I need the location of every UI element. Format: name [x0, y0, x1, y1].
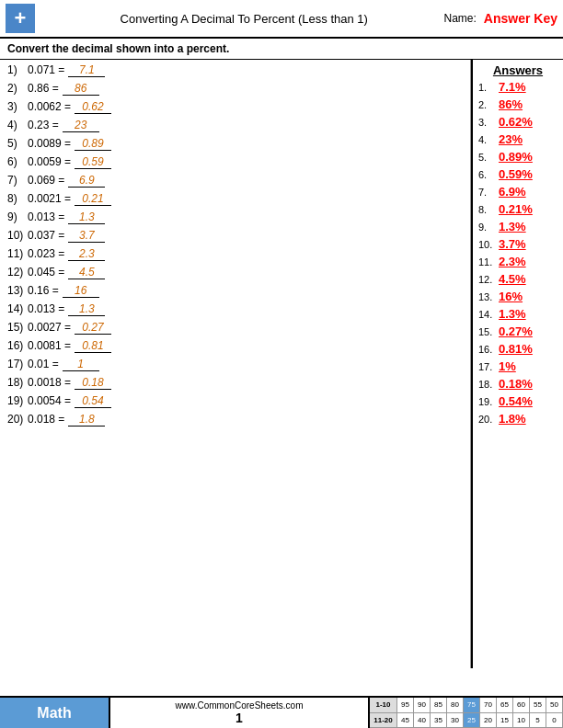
stats-cell: 95	[397, 698, 414, 713]
footer: Math www.CommonCoreSheets.com 1 1-10 959…	[0, 696, 563, 728]
answer-value: 4.5%	[499, 272, 526, 286]
footer-stats: 1-10 95908580757065605550 11-20 45403530…	[368, 698, 563, 728]
answer-number: 6.	[478, 169, 499, 180]
problem-row: 10) 0.037 = 3.7	[7, 229, 463, 243]
answer-item: 19. 0.54%	[478, 394, 557, 408]
answer-number: 7.	[478, 187, 499, 198]
problem-decimal: 0.023 =	[28, 247, 64, 260]
problem-number: 18)	[7, 376, 28, 389]
answer-blank[interactable]: 1.8	[68, 413, 105, 427]
answer-blank[interactable]: 1.3	[68, 302, 105, 316]
answer-blank[interactable]: 16	[63, 284, 99, 298]
answer-item: 8. 0.21%	[478, 202, 557, 216]
problem-decimal: 0.0089 =	[28, 137, 71, 150]
stats-label-11-20: 11-20	[370, 713, 397, 729]
problem-decimal: 0.0062 =	[28, 100, 71, 113]
answer-number: 3.	[478, 117, 499, 128]
answer-value: 1%	[499, 359, 516, 373]
problem-decimal: 0.86 =	[28, 82, 59, 95]
answer-item: 5. 0.89%	[478, 150, 557, 164]
problem-number: 20)	[7, 413, 28, 426]
problem-row: 5) 0.0089 = 0.89	[7, 137, 463, 151]
answers-list: 1. 7.1% 2. 86% 3. 0.62% 4. 23% 5. 0.89% …	[478, 80, 557, 426]
answer-blank[interactable]: 0.59	[75, 155, 111, 169]
answer-blank[interactable]: 3.7	[68, 229, 105, 243]
answer-number: 10.	[478, 239, 499, 250]
stats-cell: 15	[497, 713, 513, 729]
answer-blank[interactable]: 0.89	[75, 137, 111, 151]
problem-row: 1) 0.071 = 7.1	[7, 63, 463, 77]
problem-decimal: 0.01 =	[28, 358, 59, 370]
answer-value: 1.3%	[499, 220, 526, 233]
answer-value: 1.8%	[499, 412, 526, 426]
problem-decimal: 0.071 =	[28, 63, 64, 76]
problem-row: 13) 0.16 = 16	[7, 284, 463, 298]
problem-row: 20) 0.018 = 1.8	[7, 413, 463, 427]
answer-blank[interactable]: 1.3	[68, 210, 105, 224]
problem-decimal: 0.045 =	[28, 266, 64, 279]
answer-value: 0.62%	[499, 115, 533, 129]
answer-item: 2. 86%	[478, 97, 557, 111]
problem-decimal: 0.23 =	[28, 119, 59, 131]
problem-decimal: 0.069 =	[28, 174, 64, 187]
answer-blank[interactable]: 0.62	[75, 100, 111, 114]
footer-math-label: Math	[0, 698, 110, 728]
answer-number: 13.	[478, 291, 499, 302]
answer-value: 0.89%	[499, 150, 533, 164]
answer-item: 7. 6.9%	[478, 185, 557, 199]
answer-item: 10. 3.7%	[478, 237, 557, 251]
answer-blank[interactable]: 0.18	[75, 376, 111, 390]
footer-stats-row2: 11-20 454035302520151050	[370, 713, 563, 729]
problem-number: 7)	[7, 174, 28, 187]
problem-row: 8) 0.0021 = 0.21	[7, 192, 463, 206]
problem-decimal: 0.0054 =	[28, 394, 71, 407]
stats-cell: 30	[447, 713, 464, 729]
answer-number: 1.	[478, 82, 499, 93]
stats-cell: 80	[447, 698, 464, 713]
answer-blank[interactable]: 7.1	[68, 63, 105, 77]
page-title: Converting A Decimal To Percent (Less th…	[44, 12, 444, 26]
answer-blank[interactable]: 0.81	[75, 339, 111, 353]
answer-number: 9.	[478, 222, 499, 233]
problem-decimal: 0.0021 =	[28, 192, 71, 205]
answer-number: 20.	[478, 414, 499, 425]
answer-blank[interactable]: 23	[63, 119, 99, 132]
stats-cell: 0	[546, 713, 563, 729]
problem-row: 3) 0.0062 = 0.62	[7, 100, 463, 114]
answer-blank[interactable]: 86	[63, 82, 99, 96]
problem-decimal: 0.0081 =	[28, 339, 71, 352]
answer-number: 2.	[478, 99, 499, 110]
answer-blank[interactable]: 0.21	[75, 192, 111, 206]
answer-blank[interactable]: 0.27	[75, 321, 111, 335]
answer-value: 0.59%	[499, 167, 533, 181]
answer-blank[interactable]: 4.5	[68, 266, 105, 279]
answer-item: 16. 0.81%	[478, 342, 557, 356]
footer-stats-row1: 1-10 95908580757065605550	[370, 698, 563, 713]
problem-row: 19) 0.0054 = 0.54	[7, 394, 463, 408]
answer-number: 16.	[478, 344, 499, 355]
problem-number: 8)	[7, 192, 28, 205]
answer-blank[interactable]: 1	[63, 358, 99, 371]
answer-item: 13. 16%	[478, 290, 557, 303]
problem-row: 17) 0.01 = 1	[7, 358, 463, 371]
answer-number: 14.	[478, 309, 499, 320]
problem-decimal: 0.037 =	[28, 229, 64, 242]
problem-decimal: 0.16 =	[28, 284, 59, 297]
answer-value: 0.27%	[499, 324, 533, 338]
answer-number: 15.	[478, 326, 499, 337]
answer-blank[interactable]: 0.54	[75, 394, 111, 408]
answer-blank[interactable]: 6.9	[68, 174, 105, 188]
answer-item: 6. 0.59%	[478, 167, 557, 181]
problem-row: 9) 0.013 = 1.3	[7, 210, 463, 224]
stats-cell: 20	[480, 713, 497, 729]
problem-decimal: 0.0059 =	[28, 155, 71, 168]
answer-value: 0.81%	[499, 342, 533, 356]
answer-blank[interactable]: 2.3	[68, 247, 105, 261]
logo-icon	[6, 4, 35, 33]
stats-cells-row1: 95908580757065605550	[397, 698, 563, 713]
stats-cell: 60	[513, 698, 530, 713]
answer-number: 18.	[478, 379, 499, 390]
problem-decimal: 0.013 =	[28, 210, 64, 223]
stats-cell: 70	[480, 698, 497, 713]
stats-label-1-10: 1-10	[370, 698, 397, 713]
